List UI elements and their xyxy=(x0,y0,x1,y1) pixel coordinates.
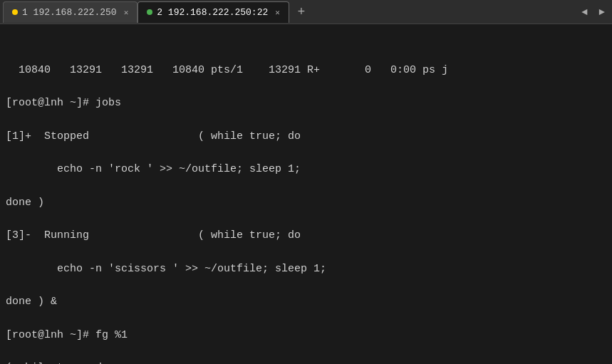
tab-1-close[interactable]: ✕ xyxy=(124,8,129,17)
tab-navigation: ◄ ► xyxy=(577,5,609,19)
tab-2[interactable]: 2 192.168.222.250:22 ✕ xyxy=(138,1,289,23)
new-tab-button[interactable]: + xyxy=(292,3,311,21)
terminal-line: ( while true; do xyxy=(6,360,606,364)
terminal-line: [3]- Running ( while true; do xyxy=(6,227,606,244)
tab-2-dot xyxy=(147,9,152,15)
nav-next-button[interactable]: ► xyxy=(595,5,609,19)
terminal-line: [root@lnh ~]# fg %1 xyxy=(6,327,606,343)
terminal-line: [root@lnh ~]# jobs xyxy=(6,95,606,111)
terminal-content[interactable]: 10840 13291 13291 10840 pts/1 13291 R+ 0… xyxy=(0,24,612,364)
tab-1-dot xyxy=(12,9,18,15)
tab-2-close[interactable]: ✕ xyxy=(275,8,280,17)
tab-1-label: 1 192.168.222.250 xyxy=(22,7,117,18)
terminal-line: echo -n 'scissors ' >> ~/outfile; sleep … xyxy=(6,261,606,277)
terminal-line: echo -n 'rock ' >> ~/outfile; sleep 1; xyxy=(6,161,606,177)
tab-2-label: 2 192.168.222.250:22 xyxy=(157,7,268,18)
terminal-line: done ) & xyxy=(6,293,606,310)
tab-bar: 1 192.168.222.250 ✕ 2 192.168.222.250:22… xyxy=(0,0,612,24)
terminal-line: 10840 13291 13291 10840 pts/1 13291 R+ 0… xyxy=(6,62,606,78)
nav-prev-button[interactable]: ◄ xyxy=(577,5,591,19)
terminal-line: done ) xyxy=(6,194,606,211)
tab-1[interactable]: 1 192.168.222.250 ✕ xyxy=(3,1,138,23)
terminal-window: 1 192.168.222.250 ✕ 2 192.168.222.250:22… xyxy=(0,0,612,364)
terminal-line: [1]+ Stopped ( while true; do xyxy=(6,128,606,145)
